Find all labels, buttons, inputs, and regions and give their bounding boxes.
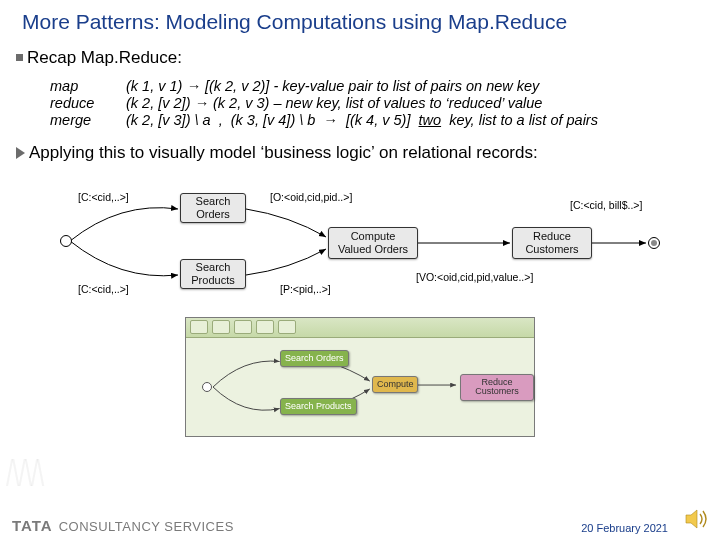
- tool-window: Search Orders Search Products Compute Re…: [185, 317, 535, 437]
- footer: TATA CONSULTANCY SERVICES 20 February 20…: [0, 517, 720, 534]
- box-compute: Compute Valued Orders: [328, 227, 418, 259]
- def-name: merge: [50, 112, 108, 128]
- canvas: Search Orders Search Products Compute Re…: [186, 338, 534, 436]
- mini-box: Search Orders: [280, 350, 349, 367]
- edge-label: [P:<pid,..>]: [280, 283, 331, 295]
- toolbar-button[interactable]: [278, 320, 296, 334]
- edge-label: [C:<cid,..>]: [78, 283, 129, 295]
- applying-heading: Applying this to visually model ‘busines…: [29, 143, 538, 163]
- bullet-square-icon: [16, 54, 23, 61]
- toolbar-button[interactable]: [190, 320, 208, 334]
- def-body: (k 2, [v 3]) \ a , (k 3, [v 4]) \ b → [(…: [126, 112, 598, 128]
- watermark: /\/\/\: [6, 453, 43, 496]
- edge-label: [C:<cid,..>]: [78, 191, 129, 203]
- mini-box: Search Products: [280, 398, 357, 415]
- flow-diagram: Search Orders Search Products Compute Va…: [30, 171, 690, 311]
- end-node-icon: [648, 237, 660, 249]
- toolbar-button[interactable]: [234, 320, 252, 334]
- mini-box: Reduce Customers: [460, 374, 534, 401]
- recap-heading: Recap Map.Reduce:: [27, 48, 182, 68]
- date-text: 20 February 2021: [581, 522, 668, 534]
- section-recap: Recap Map.Reduce: map (k 1, v 1) → [(k 2…: [0, 34, 720, 128]
- def-body: (k 1, v 1) → [(k 2, v 2)] - key-value pa…: [126, 78, 539, 94]
- box-search-products: Search Products: [180, 259, 246, 289]
- logo: TATA CONSULTANCY SERVICES: [12, 517, 234, 534]
- bullet-triangle-icon: [16, 147, 25, 159]
- slide-title: More Patterns: Modeling Computations usi…: [0, 0, 720, 34]
- def-body: (k 2, [v 2]) → (k 2, v 3) – new key, lis…: [126, 95, 542, 111]
- edge-label: [C:<cid, bill$..>]: [570, 199, 642, 211]
- toolbar-button[interactable]: [256, 320, 274, 334]
- speaker-icon: [684, 508, 710, 534]
- def-name: map: [50, 78, 108, 94]
- def-row-reduce: reduce (k 2, [v 2]) → (k 2, v 3) – new k…: [50, 95, 720, 111]
- def-row-map: map (k 1, v 1) → [(k 2, v 2)] - key-valu…: [50, 78, 720, 94]
- logo-text-tata: TATA: [12, 517, 53, 534]
- logo-text-cs: CONSULTANCY SERVICES: [59, 519, 234, 534]
- def-row-merge: merge (k 2, [v 3]) \ a , (k 3, [v 4]) \ …: [50, 112, 720, 128]
- toolbar-button[interactable]: [212, 320, 230, 334]
- mini-box: Compute: [372, 376, 418, 393]
- section-applying: Applying this to visually model ‘busines…: [0, 129, 720, 163]
- box-reduce-customers: Reduce Customers: [512, 227, 592, 259]
- start-node-icon: [60, 235, 72, 247]
- def-name: reduce: [50, 95, 108, 111]
- box-search-orders: Search Orders: [180, 193, 246, 223]
- toolbar: [186, 318, 534, 338]
- start-node-icon: [202, 382, 212, 392]
- definitions: map (k 1, v 1) → [(k 2, v 2)] - key-valu…: [16, 74, 720, 128]
- edge-label: [O:<oid,cid,pid..>]: [270, 191, 352, 203]
- edge-label: [VO:<oid,cid,pid,value..>]: [416, 271, 533, 283]
